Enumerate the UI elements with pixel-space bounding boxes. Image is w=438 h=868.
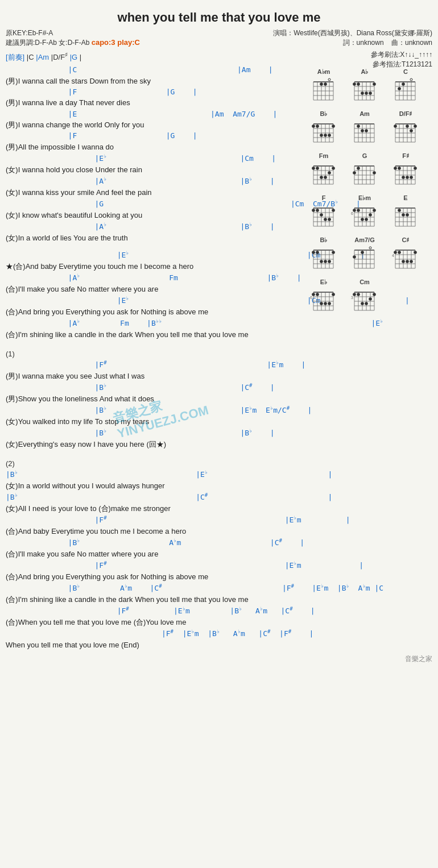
chord-diagram-label: B♭ [320,110,328,118]
svg-point-119 [353,172,356,175]
svg-point-57 [316,125,319,128]
lyric-line: (合)I'll make you safe No matter where yo… [6,284,297,295]
chord-diagram-wrap: G [345,152,385,190]
spacer [6,340,297,346]
svg-point-13 [328,78,330,81]
svg-point-134 [398,167,401,171]
svg-point-74 [361,130,364,133]
chord-diagram-svg [350,160,379,190]
chord-diagram-label: G [362,152,367,160]
chord-diagram-svg: 6 [350,202,379,232]
svg-point-251 [320,302,323,306]
svg-point-136 [406,176,409,180]
chord-diagram-wrap: F [304,194,344,232]
svg-point-29 [369,92,372,95]
lyric-line: (合)I'm shining like a candle in the dark… [6,594,297,605]
spacer [6,244,297,250]
lyric-line: (女)You walked into my life To stop my te… [6,416,297,427]
chord-line: |F# |E♭m | [6,560,297,571]
svg-point-88 [406,125,409,128]
chord-diagram-svg [309,202,338,232]
lyric-line: (男)Show you the loneliness And what it d… [6,393,297,405]
meta-suggested: 建議男調:D-F-Ab 女:D-F-Ab capo:3 play:C [6,38,140,48]
meta-singer: 演唱：Westlife(西城男孩)、Diana Ross(黛安娜·羅斯) [273,28,432,38]
svg-point-73 [357,125,360,128]
chord-diagram-label: C♯ [402,236,410,244]
lyric-line: (男)All the impossible I wanna do [6,142,297,153]
chord-line: |F# |E♭m |B♭ A♭m |C# | [6,605,297,617]
chord-line: |B♭ |E♭m E♭m/C# | [6,405,297,416]
chord-diagram-wrap: A♭ [345,68,385,106]
meta-key: 原KEY:Eb-F#-A [6,28,140,38]
lyric-line: ★(合)And baby Everytime you touch me I be… [6,261,297,272]
svg-point-135 [402,176,405,180]
svg-point-87 [394,125,397,128]
chord-line: |C |Am | [6,65,297,75]
chord-line: |F# |E♭m | [6,514,297,526]
svg-point-170 [361,218,364,222]
meta-row: 原KEY:Eb-F#-A 建議男調:D-F-Ab 女:D-F-Ab capo:3… [0,27,438,49]
chord-line: |F |G | [6,87,297,97]
chord-line: |E♭ |Cm | [6,295,297,306]
chord-diagram-label: A♭ [361,68,369,76]
chord-line: |B♭ |B♭ | [6,427,297,439]
chord-diagram-svg [391,76,420,106]
svg-point-269 [361,302,364,306]
svg-point-173 [373,209,376,213]
svg-point-169 [357,209,360,213]
chord-diagram-wrap: A♭m [304,68,344,106]
svg-point-105 [324,176,327,180]
section-label: (1) [6,350,297,358]
chord-diagram-label: Am [360,110,370,118]
svg-point-89 [410,130,413,133]
chord-line: |B♭ |E♭ | [6,469,297,480]
chord-diagram-wrap: B♭ [304,236,344,274]
chord-line: |B♭ |C# | [6,382,297,393]
chord-diagram-label: B♭ [320,236,328,244]
chord-diagram-label: E♭m [358,194,371,202]
lyric-line: (合)And bring you Everything you ask for … [6,306,297,318]
chord-line: |F# |E♭m |B♭ A♭m |C# |F# | [6,628,297,639]
lyric-line: (女)I wanna kiss your smile And feel the … [6,187,297,198]
chord-diagram-label: Fm [319,152,329,160]
chord-diagram-wrap: Cm3 [345,279,385,316]
svg-point-186 [402,214,405,217]
svg-text:6: 6 [310,296,312,300]
svg-point-232 [398,251,401,255]
meta-right: 演唱：Westlife(西城男孩)、Diana Ross(黛安娜·羅斯) 詞：u… [273,28,432,48]
chord-diagram-wrap: Am [345,110,385,148]
lyric-line: (女)I know what's beautiful Looking at yo… [6,210,297,221]
page-title: when you tell me that you love me [0,6,438,27]
svg-point-121 [373,172,376,175]
chord-line: |B♭ A♭m |C# |F# |E♭m |B♭ A♭m |C [6,583,297,594]
footer: 音樂之家 [0,651,438,667]
lyric-line: (男)I wanna live a day That never dies [6,97,297,109]
lyric-line: (合)And baby Everytime you touch me I bec… [6,526,297,537]
chord-diagram-svg: 6 [309,286,338,316]
svg-point-155 [332,209,335,213]
svg-point-44 [410,78,412,81]
chord-diagram-label: E♭ [320,279,327,286]
section-label: (2) [6,459,297,468]
svg-point-30 [373,83,376,86]
svg-point-75 [365,130,368,133]
svg-point-11 [320,83,323,86]
svg-point-187 [406,214,409,217]
svg-point-267 [353,293,356,297]
chord-line: |E |Am Am7/G | [6,109,297,119]
chord-diagram-wrap: Fm [304,152,344,190]
chords-sidebar: A♭mA♭CB♭AmD/F♯FmGF♯FE♭m6EB♭Am7/GC♯4E♭6Cm… [301,65,427,651]
lyric-line: (男)I wanna make you see Just what I was [6,371,297,382]
svg-point-171 [365,218,368,222]
chord-diagram-svg [309,160,338,190]
svg-point-272 [373,293,376,297]
lyrics-section: |C |Am |(男)I wanna call the stars Down f… [0,65,301,651]
chord-diagram-wrap: Am7/G [345,236,385,274]
lyric-line: (男)I wanna call the stars Down from the … [6,76,297,87]
chord-diagram-label: A♭m [317,68,330,76]
svg-point-56 [312,125,315,128]
svg-point-27 [361,92,364,95]
spacer [6,450,297,456]
svg-point-25 [353,83,356,86]
chord-diagram-wrap: B♭ [304,110,344,148]
